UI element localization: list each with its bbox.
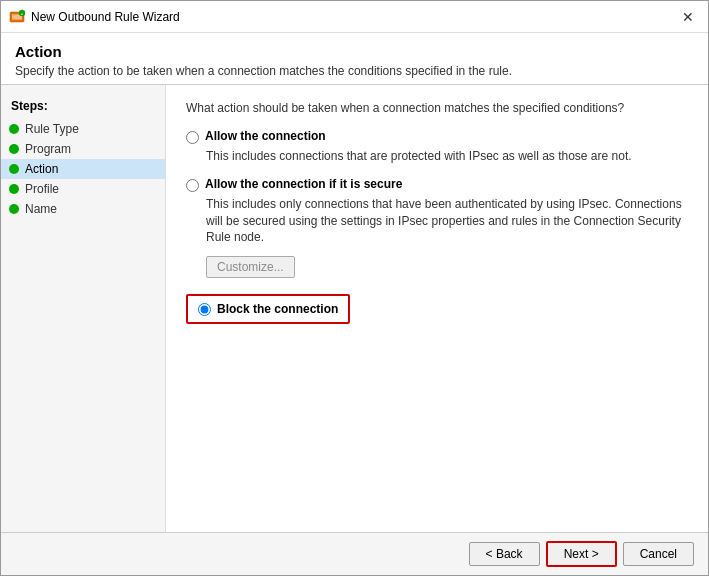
sidebar-item-label-rule-type: Rule Type bbox=[25, 122, 79, 136]
main-content: Steps: Rule Type Program Action Profile … bbox=[1, 85, 708, 532]
block-label[interactable]: Block the connection bbox=[217, 302, 338, 316]
sidebar-item-name[interactable]: Name bbox=[1, 199, 165, 219]
titlebar: + New Outbound Rule Wizard ✕ bbox=[1, 1, 708, 33]
wizard-window: + New Outbound Rule Wizard ✕ Action Spec… bbox=[0, 0, 709, 576]
sidebar-item-label-action: Action bbox=[25, 162, 58, 176]
cancel-button[interactable]: Cancel bbox=[623, 542, 694, 566]
step-indicator-program bbox=[9, 144, 19, 154]
sidebar-item-rule-type[interactable]: Rule Type bbox=[1, 119, 165, 139]
allow-description: This includes connections that are prote… bbox=[206, 148, 688, 165]
allow-option-group: Allow the connection This includes conne… bbox=[186, 129, 688, 165]
window-title: New Outbound Rule Wizard bbox=[31, 10, 676, 24]
footer: < Back Next > Cancel bbox=[1, 532, 708, 575]
back-button[interactable]: < Back bbox=[469, 542, 540, 566]
sidebar-item-profile[interactable]: Profile bbox=[1, 179, 165, 199]
steps-label: Steps: bbox=[1, 95, 165, 119]
sidebar-item-label-profile: Profile bbox=[25, 182, 59, 196]
next-button[interactable]: Next > bbox=[546, 541, 617, 567]
customize-button[interactable]: Customize... bbox=[206, 256, 295, 278]
sidebar-item-label-program: Program bbox=[25, 142, 71, 156]
allow-option: Allow the connection bbox=[186, 129, 688, 144]
sidebar-item-action[interactable]: Action bbox=[1, 159, 165, 179]
page-description: Specify the action to be taken when a co… bbox=[15, 64, 694, 78]
allow-secure-description: This includes only connections that have… bbox=[206, 196, 688, 246]
block-option-box: Block the connection bbox=[186, 294, 350, 324]
content-area: What action should be taken when a conne… bbox=[166, 85, 708, 532]
block-option-group: Block the connection bbox=[186, 290, 688, 324]
step-indicator-rule-type bbox=[9, 124, 19, 134]
allow-secure-label[interactable]: Allow the connection if it is secure bbox=[205, 177, 402, 191]
step-indicator-profile bbox=[9, 184, 19, 194]
header: Action Specify the action to be taken wh… bbox=[1, 33, 708, 85]
allow-secure-option: Allow the connection if it is secure bbox=[186, 177, 688, 192]
close-button[interactable]: ✕ bbox=[676, 5, 700, 29]
question-text: What action should be taken when a conne… bbox=[186, 101, 688, 115]
allow-label[interactable]: Allow the connection bbox=[205, 129, 326, 143]
step-indicator-action bbox=[9, 164, 19, 174]
allow-secure-option-group: Allow the connection if it is secure Thi… bbox=[186, 177, 688, 278]
sidebar-item-label-name: Name bbox=[25, 202, 57, 216]
block-radio[interactable] bbox=[198, 303, 211, 316]
allow-radio[interactable] bbox=[186, 131, 199, 144]
allow-secure-radio[interactable] bbox=[186, 179, 199, 192]
page-title: Action bbox=[15, 43, 694, 60]
sidebar: Steps: Rule Type Program Action Profile … bbox=[1, 85, 166, 532]
window-icon: + bbox=[9, 9, 25, 25]
step-indicator-name bbox=[9, 204, 19, 214]
sidebar-item-program[interactable]: Program bbox=[1, 139, 165, 159]
